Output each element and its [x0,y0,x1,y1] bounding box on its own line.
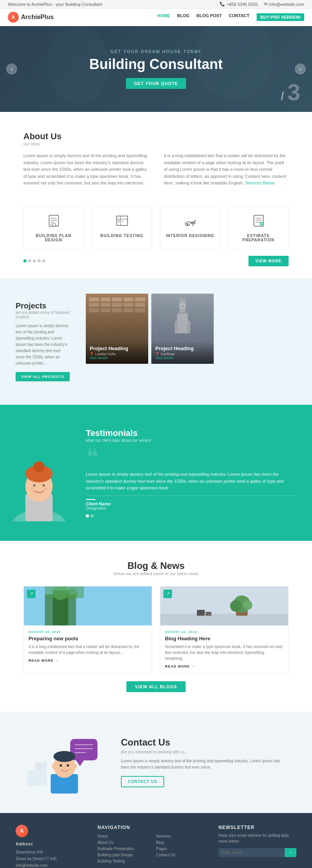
svg-point-49 [243,601,252,610]
blog-section: Blog & News below we are added some of o… [0,541,312,712]
testimonials-title: Testimonials [86,428,296,438]
hero-prev-button[interactable]: ‹ [6,64,17,74]
project-title-2: Project Heading [155,345,210,351]
service-cards: BUILDING PLAN DESIGN BUILDING TESTING [23,206,289,250]
blog-body-1: AUGUST 22, 2018 Preparing new pools It i… [24,625,152,667]
blog-card-2: ↗ AUGUST 22, 2018 Blog Heading He [160,586,289,673]
footer-address-line1: Street/Area #04 [16,849,86,856]
view-all-blogs-button[interactable]: VIEW ALL BLOGS [126,681,186,692]
nav-blog-post[interactable]: BLOG POST [197,13,222,21]
hero-next-button[interactable]: › [295,64,306,74]
contact-cta-button[interactable]: CONTACT US [121,776,164,787]
project-location-1: 📍 London Soho [90,352,144,356]
testimonials-image [0,424,78,521]
projects-section: Projects we are added some of featured p… [0,278,312,405]
svg-point-37 [43,484,45,487]
footer-nav-estimate[interactable]: Estimate Preparation [98,847,148,851]
services-section: BUILDING PLAN DESIGN BUILDING TESTING [0,198,312,278]
nav-home[interactable]: HOME [157,13,170,21]
projects-description: Lorem Ipsum is simply dummy text of the … [16,323,70,367]
svg-point-43 [66,588,78,600]
t-dot-2 [90,514,94,517]
footer-nav-building-testing[interactable]: Building Testing [98,859,148,863]
svg-rect-51 [206,612,211,616]
nav-contact[interactable]: CONTACT [229,13,250,21]
arrow-icon-1: → [55,659,59,663]
blog-date-1: AUGUST 22, 2018 [28,630,147,634]
svg-marker-55 [76,760,84,766]
about-col-left: Lorem Ipsum is simply dummy text of the … [23,152,148,187]
newsletter-submit-button[interactable]: → [285,848,296,857]
svg-rect-45 [160,614,288,625]
testimonials-content: Testimonials what our client says about … [78,424,312,521]
service-testing: BUILDING TESTING [92,206,152,250]
footer-nav-about[interactable]: About Us [98,840,148,845]
blog-header: Blog & News below we are added some of o… [23,560,289,576]
navbar-links: HOME BLOG BLOG POST CONTACT BUY PRO VERS… [157,13,304,21]
blog-subtitle: below we are added some of our latest ne… [23,571,289,576]
projects-left: Projects we are added some of featured p… [0,294,86,389]
services-footer: VIEW MORE [23,256,289,266]
footer-nav-column: Navigation Home About Us Estimate Prepar… [98,825,207,868]
newsletter-input-wrap: → [218,848,296,857]
footer-nav-contact[interactable]: Contact Us [156,853,207,857]
quote-icon: ❝ [86,446,296,469]
contact-content: Contact Us Are you interested to working… [121,737,289,787]
dot-1 [23,259,27,262]
view-all-projects-button[interactable]: VIEW ALL PROJECTS [16,372,70,381]
footer-address: Address Street/Area #04 Street #a Street… [16,840,86,868]
footer-nav-pages[interactable]: Pages [156,847,207,851]
footer-nav-blog[interactable]: Blog [156,840,207,845]
svg-rect-28 [175,321,178,333]
blog-date-2: AUGUST 22, 2018 [165,630,284,634]
blog-footer: VIEW ALL BLOGS [23,681,289,692]
services-link[interactable]: Services Below [245,181,274,185]
svg-point-48 [230,600,242,612]
interior-icon [165,214,215,230]
svg-rect-7 [52,224,56,226]
footer-nav-home[interactable]: Home [98,834,148,838]
svg-rect-52 [27,770,47,786]
service-interior: INTERIOR DESIGNING [160,206,220,250]
blog-cards: ↗ AUGUST 22, 2018 Preparing new pools It… [23,586,289,673]
location-icon-2: 📍 [155,352,160,356]
newsletter-email-input[interactable] [218,848,285,857]
nav-blog[interactable]: BLOG [177,13,190,21]
footer-brand-column: A Address Street/Area #04 Street #a Stre… [16,825,86,868]
read-more-1[interactable]: READ MORE → [28,659,147,663]
top-bar-right: 📞 +856 5345 5555 ✉ info@website.com [220,2,304,7]
view-more-button[interactable]: VIEW MORE [248,256,289,266]
author-divider [86,499,96,500]
svg-rect-11 [118,220,120,222]
blog-excerpt-1: It is a long established fact that a rea… [28,644,147,655]
dot-5 [42,259,45,262]
svg-rect-3 [49,215,58,226]
footer-newsletter-desc: Keep your email address for getting dail… [218,833,296,844]
project-link-2[interactable]: view details [155,356,210,360]
hero-cta-button[interactable]: GET YOUR QUOTE [126,78,186,89]
email-address: ✉ info@website.com [264,2,304,7]
svg-point-63 [73,763,77,769]
svg-point-62 [52,763,56,769]
blog-share-icon-2[interactable]: ↗ [163,590,172,598]
footer-nav-cols: Home About Us Estimate Preparation Build… [98,834,207,865]
footer-address-line2: Street #a Street CT #45 [16,856,86,862]
blog-share-icon-1[interactable]: ↗ [27,590,35,598]
brand-name: ArchiePlus [21,14,54,21]
projects-subtitle: we are added some of featured projects. [16,310,70,319]
svg-point-64 [60,764,62,767]
project-link-1[interactable]: view details [90,356,144,360]
footer-nav-building-plan[interactable]: Building plan Design [98,853,148,857]
read-more-2[interactable]: READ MORE → [165,664,284,668]
svg-point-65 [67,764,69,767]
footer-nav-title: Navigation [98,825,207,830]
footer-nav-services[interactable]: Services [156,834,207,838]
contact-title: Contact Us [121,737,289,748]
testimonial-dots [86,514,296,517]
nav-buy-pro[interactable]: BUY PRO VERSION [257,13,305,21]
blog-excerpt-2: Scrambled it to make a type specimen boo… [165,644,284,661]
estimate-icon [233,214,284,230]
brand-logo: A [8,12,19,23]
project-location-2: 📍 Confinee [155,352,210,356]
t-dot-1 [86,514,89,517]
